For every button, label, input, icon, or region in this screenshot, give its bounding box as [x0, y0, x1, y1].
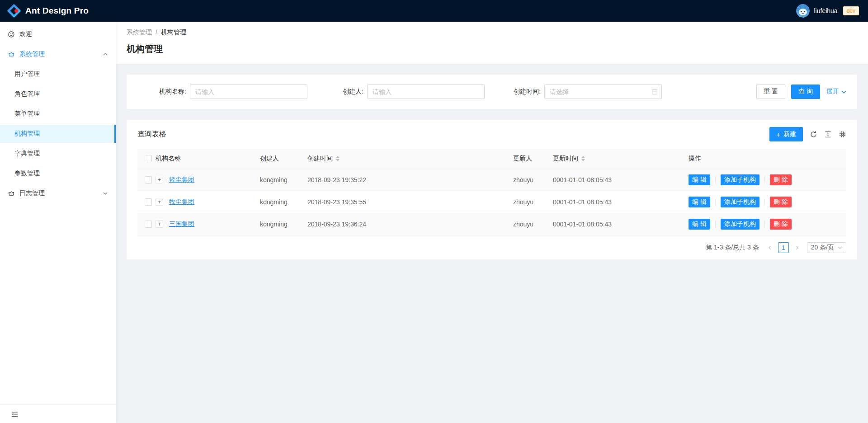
add-child-org-button[interactable]: 添加子机构 [721, 219, 760, 230]
reset-button[interactable]: 重 置 [756, 85, 785, 99]
smile-icon [8, 31, 15, 38]
ant-design-logo-icon [7, 4, 21, 18]
add-child-org-button[interactable]: 添加子机构 [721, 174, 760, 185]
sidebar-item-role-mgmt[interactable]: 角色管理 [0, 85, 116, 103]
column-header-update-time[interactable]: 更新时间 [546, 149, 681, 169]
menu-fold-icon[interactable] [11, 410, 19, 418]
main-area: 系统管理/机构管理 机构管理 机构名称: 创建人: [116, 22, 868, 423]
column-height-icon[interactable] [824, 131, 832, 138]
sidebar-item-label: 欢迎 [19, 30, 32, 38]
sidebar-group-system[interactable]: 系统管理 [0, 45, 116, 63]
page-header: 系统管理/机构管理 机构管理 [116, 22, 868, 64]
sidebar-item-menu-mgmt[interactable]: 菜单管理 [0, 105, 116, 123]
vertical-divider [715, 198, 716, 205]
sorter-icon [336, 156, 340, 161]
page-size-value: 20 条/页 [811, 244, 834, 252]
creator-input[interactable] [367, 85, 485, 99]
sidebar-group-label: 系统管理 [19, 50, 45, 58]
crown-icon [8, 190, 15, 197]
delete-button[interactable]: 删 除 [770, 174, 792, 185]
updater-cell: zhouyu [506, 169, 546, 191]
pagination-prev-button[interactable] [764, 242, 775, 253]
creator-cell: kongming [253, 191, 300, 213]
update-time-cell: 0001-01-01 08:05:43 [546, 213, 681, 235]
sidebar-item-label: 菜单管理 [14, 110, 40, 118]
sidebar-item-label: 机构管理 [14, 130, 40, 138]
vertical-divider [715, 221, 716, 227]
select-all-checkbox[interactable] [145, 155, 152, 162]
page-size-select[interactable]: 20 条/页 [807, 242, 846, 253]
top-header-bar: Ant Design Pro liufeihua dev [0, 0, 868, 22]
sidebar-item-user-mgmt[interactable]: 用户管理 [0, 65, 116, 83]
caret-up-icon [581, 156, 585, 158]
app-root: Ant Design Pro liufeihua dev [0, 0, 868, 423]
row-checkbox[interactable] [145, 176, 152, 183]
vertical-divider [715, 176, 716, 183]
expand-label: 展开 [826, 88, 839, 96]
breadcrumb-separator: / [156, 28, 157, 36]
edit-button[interactable]: 编 辑 [689, 197, 710, 207]
sidebar-item-label: 用户管理 [14, 70, 40, 78]
creator-cell: kongming [253, 169, 300, 191]
search-actions: 重 置 查 询 展开 [756, 85, 846, 99]
table-toolbar: 查询表格 + 新建 [137, 127, 846, 141]
breadcrumb-parent[interactable]: 系统管理 [127, 28, 152, 36]
sidebar-item-label: 参数管理 [14, 169, 40, 178]
expand-toggle[interactable]: 展开 [826, 88, 846, 96]
column-header-create-time[interactable]: 创建时间 [300, 149, 506, 169]
search-filter-card: 机构名称: 创建人: 创建时间: [127, 75, 857, 109]
edit-button[interactable]: 编 辑 [689, 174, 710, 185]
table-row: + 轻尘集团 kongming 2018-09-23 19:35:22 zhou… [137, 169, 846, 191]
form-item-create-time: 创建时间: [492, 85, 669, 99]
org-name-link[interactable]: 牧尘集团 [169, 198, 194, 206]
expand-row-button[interactable]: + [156, 220, 163, 228]
reload-icon[interactable] [810, 131, 817, 138]
user-avatar-icon [796, 4, 810, 18]
sidebar: 欢迎 系统管理 用户管理 [0, 22, 116, 423]
org-name-link[interactable]: 三国集团 [169, 220, 194, 228]
create-time-picker[interactable] [544, 85, 662, 99]
sidebar-group-log[interactable]: 日志管理 [0, 184, 116, 202]
row-checkbox[interactable] [145, 221, 152, 228]
breadcrumb: 系统管理/机构管理 [127, 28, 857, 37]
create-time-label: 创建时间: [514, 88, 541, 96]
edit-button[interactable]: 编 辑 [689, 219, 710, 230]
org-name-label: 机构名称: [159, 88, 186, 96]
creator-cell: kongming [253, 213, 300, 235]
page-content: 机构名称: 创建人: 创建时间: [116, 64, 868, 423]
account-menu[interactable]: liufeihua dev [796, 4, 859, 18]
form-item-creator: 创建人: [315, 85, 492, 99]
pagination-page-1[interactable]: 1 [778, 242, 789, 253]
app-logo[interactable]: Ant Design Pro [7, 4, 89, 18]
form-item-org-name: 机构名称: [137, 85, 315, 99]
caret-down-icon [336, 159, 340, 161]
sidebar-item-dict-mgmt[interactable]: 字典管理 [0, 145, 116, 163]
column-header-actions: 操作 [681, 149, 846, 169]
query-table-card: 查询表格 + 新建 [127, 120, 857, 259]
row-checkbox[interactable] [145, 198, 152, 206]
delete-button[interactable]: 删 除 [770, 197, 792, 207]
app-title: Ant Design Pro [25, 6, 89, 16]
org-name-input[interactable] [190, 85, 307, 99]
settings-icon[interactable] [839, 131, 846, 138]
query-button[interactable]: 查 询 [791, 85, 820, 99]
expand-row-button[interactable]: + [156, 176, 163, 183]
add-child-org-button[interactable]: 添加子机构 [721, 197, 760, 207]
org-name-link[interactable]: 轻尘集团 [169, 176, 194, 184]
crown-icon [8, 51, 15, 58]
sidebar-item-welcome[interactable]: 欢迎 [0, 25, 116, 43]
sidebar-item-param-mgmt[interactable]: 参数管理 [0, 164, 116, 183]
sidebar-item-org-mgmt[interactable]: 机构管理 [0, 125, 116, 143]
calendar-icon [651, 89, 658, 95]
page-title: 机构管理 [127, 42, 857, 55]
pagination-next-button[interactable] [792, 242, 802, 253]
create-time-cell: 2018-09-23 19:35:55 [300, 191, 506, 213]
table-row: + 三国集团 kongming 2018-09-23 19:36:24 zhou… [137, 213, 846, 235]
column-header-creator: 创建人 [253, 149, 300, 169]
expand-row-button[interactable]: + [156, 198, 163, 206]
create-time-cell: 2018-09-23 19:36:24 [300, 213, 506, 235]
delete-button[interactable]: 删 除 [770, 219, 792, 230]
new-button[interactable]: + 新建 [769, 127, 803, 141]
caret-down-icon [581, 159, 585, 161]
vertical-divider [764, 198, 765, 205]
